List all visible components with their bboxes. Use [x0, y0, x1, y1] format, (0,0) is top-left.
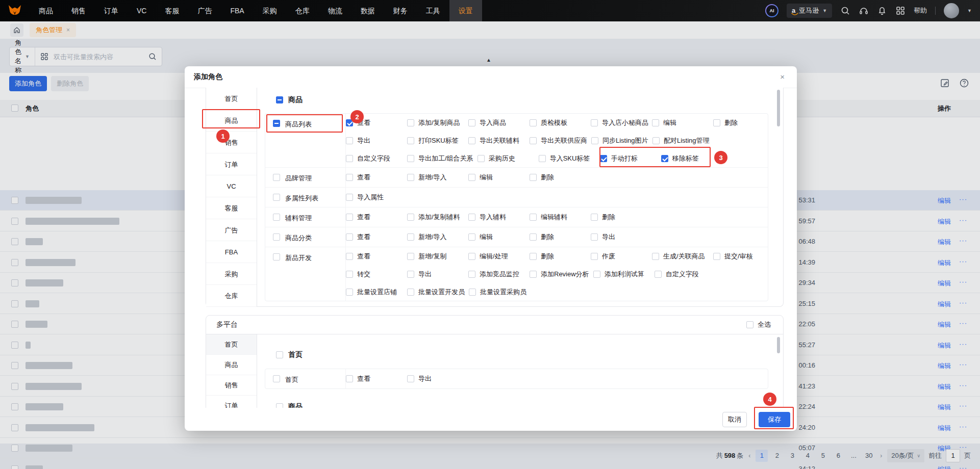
checkbox-unchecked[interactable] — [346, 214, 353, 221]
checkbox-unchecked[interactable] — [407, 137, 414, 144]
checkbox-unchecked[interactable] — [530, 271, 537, 278]
permission-删除[interactable]: 删除 — [530, 252, 591, 261]
checkbox-unchecked[interactable] — [591, 119, 598, 126]
checkbox-unchecked[interactable] — [530, 174, 537, 181]
permission-移除标签[interactable]: 移除标签 — [661, 154, 722, 163]
checkbox-unchecked[interactable] — [746, 321, 753, 328]
permission-批量设置采购员[interactable]: 批量设置采购员 — [469, 288, 531, 297]
checkbox-unchecked[interactable] — [530, 214, 537, 221]
scrollbar-thumb[interactable] — [777, 90, 780, 126]
checkbox-unchecked[interactable] — [273, 253, 280, 260]
group-cell-多属性列表[interactable]: 多属性列表 — [265, 188, 346, 207]
module-tab-商品[interactable]: 商品 — [206, 110, 257, 132]
checkbox-unchecked[interactable] — [407, 214, 414, 221]
cancel-button[interactable]: 取消 — [722, 412, 747, 427]
permission-查看[interactable]: 查看 — [346, 374, 407, 383]
group-cell-商品分类[interactable]: 商品分类 — [265, 227, 346, 247]
group-cell-首页[interactable]: 首页 — [265, 369, 346, 388]
checkbox-unchecked[interactable] — [346, 253, 353, 260]
checkbox-unchecked[interactable] — [713, 119, 720, 126]
checkbox-unchecked[interactable] — [407, 119, 414, 126]
checkbox-unchecked[interactable] — [468, 174, 475, 181]
checkbox-unchecked[interactable] — [407, 271, 414, 278]
module-tab-订单[interactable]: 订单 — [206, 396, 257, 408]
module-tab-销售[interactable]: 销售 — [206, 132, 257, 153]
checkbox-unchecked[interactable] — [469, 289, 476, 296]
checkbox-unchecked[interactable] — [407, 233, 414, 241]
permission-质检模板[interactable]: 质检模板 — [530, 118, 591, 127]
checkbox-unchecked[interactable] — [346, 174, 353, 181]
permission-查看[interactable]: 查看 — [346, 213, 407, 222]
checkbox-unchecked[interactable] — [346, 271, 353, 278]
permission-同步Listing图片[interactable]: 同步Listing图片 — [591, 136, 652, 145]
checkbox-unchecked[interactable] — [530, 119, 537, 126]
checkbox-unchecked[interactable] — [407, 174, 414, 181]
module-tab-首页[interactable]: 首页 — [206, 88, 257, 110]
checkbox-unchecked[interactable] — [652, 137, 660, 144]
checkbox-unchecked[interactable] — [539, 155, 546, 162]
checkbox-unchecked[interactable] — [530, 137, 537, 144]
checkbox-unchecked[interactable] — [407, 253, 414, 260]
checkbox-unchecked[interactable] — [591, 137, 598, 144]
checkbox-unchecked[interactable] — [407, 155, 414, 162]
permission-导出[interactable]: 导出 — [407, 374, 468, 383]
checkbox-indeterminate[interactable] — [276, 96, 283, 103]
permission-添加利润试算[interactable]: 添加利润试算 — [593, 270, 655, 279]
permission-添加竞品监控[interactable]: 添加竞品监控 — [468, 270, 530, 279]
permission-作废[interactable]: 作废 — [591, 252, 652, 261]
checkbox-unchecked[interactable] — [273, 233, 280, 241]
checkbox-unchecked[interactable] — [276, 351, 283, 358]
permission-手动打标[interactable]: 手动打标 — [600, 154, 661, 163]
permission-生成/关联商品[interactable]: 生成/关联商品 — [652, 252, 713, 261]
permission-删除[interactable]: 删除 — [713, 118, 774, 127]
checkbox-unchecked[interactable] — [346, 233, 353, 241]
permission-导出关联供应商[interactable]: 导出关联供应商 — [530, 136, 591, 145]
checkbox-unchecked[interactable] — [593, 271, 600, 278]
checkbox-unchecked[interactable] — [591, 253, 598, 260]
permission-编辑[interactable]: 编辑 — [468, 232, 530, 242]
checkbox-unchecked[interactable] — [591, 233, 598, 241]
permission-导入SKU标签[interactable]: 导入SKU标签 — [539, 154, 600, 163]
checkbox-unchecked[interactable] — [346, 289, 353, 296]
checkbox-checked[interactable] — [661, 155, 668, 162]
checkbox-unchecked[interactable] — [273, 375, 280, 382]
module-tab-订单[interactable]: 订单 — [206, 153, 257, 175]
group-cell-品牌管理[interactable]: 品牌管理 — [265, 168, 346, 187]
checkbox-unchecked[interactable] — [346, 155, 353, 162]
checkbox-unchecked[interactable] — [468, 253, 475, 260]
permission-导入辅料[interactable]: 导入辅料 — [468, 213, 530, 222]
checkbox-unchecked[interactable] — [346, 137, 353, 144]
checkbox-unchecked[interactable] — [273, 174, 280, 181]
checkbox-unchecked[interactable] — [591, 214, 598, 221]
checkbox-unchecked[interactable] — [273, 194, 280, 201]
checkbox-unchecked[interactable] — [407, 375, 414, 382]
checkbox-unchecked[interactable] — [478, 155, 485, 162]
permission-导出[interactable]: 导出 — [591, 232, 652, 242]
permission-提交/审核[interactable]: 提交/审核 — [713, 252, 774, 261]
save-button[interactable]: 保存 — [759, 412, 790, 427]
checkbox-unchecked[interactable] — [346, 194, 353, 201]
checkbox-unchecked[interactable] — [713, 253, 720, 260]
permission-删除[interactable]: 删除 — [530, 232, 591, 242]
permission-编辑[interactable]: 编辑 — [468, 173, 530, 182]
group-cell-新品开发[interactable]: 新品开发 — [265, 247, 346, 301]
checkbox-unchecked[interactable] — [468, 233, 475, 241]
permission-新增/导入[interactable]: 新增/导入 — [407, 173, 468, 182]
checkbox-unchecked[interactable] — [273, 214, 280, 221]
module-tab-客服[interactable]: 客服 — [206, 197, 257, 219]
checkbox-unchecked[interactable] — [468, 214, 475, 221]
group-cell-商品列表[interactable]: 商品列表 — [265, 114, 346, 167]
module-tab-广告[interactable]: 广告 — [206, 219, 257, 241]
permission-删除[interactable]: 删除 — [530, 173, 591, 182]
checkbox-unchecked[interactable] — [530, 233, 537, 241]
permission-批量设置店铺[interactable]: 批量设置店铺 — [346, 288, 407, 297]
permission-导出加工/组合关系[interactable]: 导出加工/组合关系 — [407, 154, 478, 163]
permission-自定义字段[interactable]: 自定义字段 — [655, 270, 716, 279]
module-tab-首页[interactable]: 首页 — [206, 334, 257, 355]
module-tab-FBA[interactable]: FBA — [206, 241, 257, 263]
permission-删除[interactable]: 删除 — [591, 213, 652, 222]
checkbox-unchecked[interactable] — [652, 253, 659, 260]
close-icon[interactable]: × — [780, 72, 785, 81]
permission-查看[interactable]: 查看 — [346, 173, 407, 182]
permission-新增/复制[interactable]: 新增/复制 — [407, 252, 468, 261]
